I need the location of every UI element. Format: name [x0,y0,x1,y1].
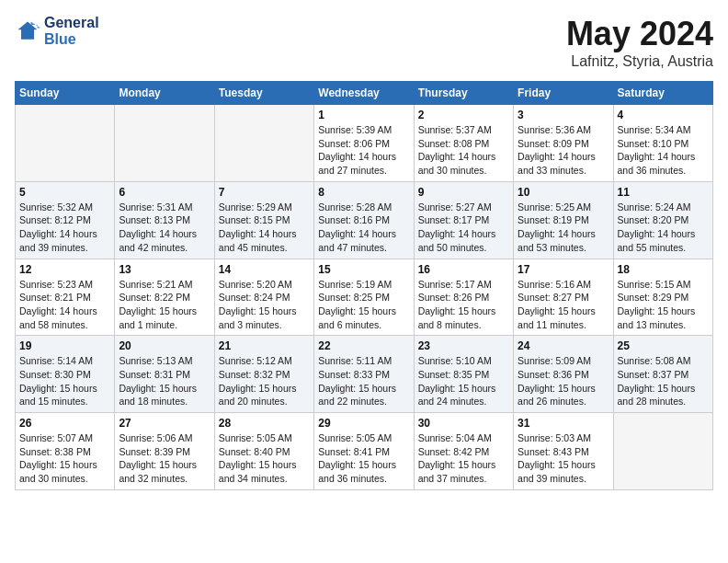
day-info: Sunrise: 5:24 AM Sunset: 8:20 PM Dayligh… [618,201,709,255]
day-number: 14 [219,263,310,276]
calendar-cell: 7Sunrise: 5:29 AM Sunset: 8:15 PM Daylig… [214,181,313,259]
column-header-saturday: Saturday [613,82,712,105]
calendar-cell: 17Sunrise: 5:16 AM Sunset: 8:27 PM Dayli… [514,259,613,336]
day-number: 10 [518,186,609,199]
month-title: May 2024 [566,15,713,53]
day-info: Sunrise: 5:31 AM Sunset: 8:13 PM Dayligh… [119,201,210,255]
logo-icon [15,18,40,44]
day-info: Sunrise: 5:19 AM Sunset: 8:25 PM Dayligh… [318,278,409,332]
day-number: 13 [119,263,210,276]
day-info: Sunrise: 5:39 AM Sunset: 8:06 PM Dayligh… [318,123,409,178]
day-info: Sunrise: 5:36 AM Sunset: 8:09 PM Dayligh… [518,123,609,178]
calendar-cell: 9Sunrise: 5:27 AM Sunset: 8:17 PM Daylig… [414,181,513,259]
day-info: Sunrise: 5:14 AM Sunset: 8:30 PM Dayligh… [19,354,110,408]
day-info: Sunrise: 5:34 AM Sunset: 8:10 PM Dayligh… [618,123,709,178]
calendar-cell: 24Sunrise: 5:09 AM Sunset: 8:36 PM Dayli… [514,336,613,413]
day-number: 16 [418,263,509,276]
calendar-cell: 4Sunrise: 5:34 AM Sunset: 8:10 PM Daylig… [613,105,712,182]
column-header-monday: Monday [115,82,214,105]
calendar-cell: 29Sunrise: 5:05 AM Sunset: 8:41 PM Dayli… [314,413,414,490]
calendar-cell: 25Sunrise: 5:08 AM Sunset: 8:37 PM Dayli… [613,336,712,413]
day-number: 4 [618,109,709,121]
day-number: 27 [119,417,210,430]
day-number: 11 [618,186,709,199]
day-number: 26 [19,417,110,430]
day-number: 23 [418,339,509,352]
day-number: 6 [119,186,210,199]
day-info: Sunrise: 5:05 AM Sunset: 8:41 PM Dayligh… [318,431,409,486]
day-info: Sunrise: 5:25 AM Sunset: 8:19 PM Dayligh… [518,201,609,255]
day-info: Sunrise: 5:05 AM Sunset: 8:40 PM Dayligh… [219,431,310,486]
calendar-cell: 2Sunrise: 5:37 AM Sunset: 8:08 PM Daylig… [414,105,513,182]
day-info: Sunrise: 5:16 AM Sunset: 8:27 PM Dayligh… [518,278,609,332]
day-number: 24 [518,339,609,352]
calendar-cell: 6Sunrise: 5:31 AM Sunset: 8:13 PM Daylig… [115,181,214,259]
day-number: 31 [518,417,609,430]
day-info: Sunrise: 5:10 AM Sunset: 8:35 PM Dayligh… [418,354,509,408]
day-info: Sunrise: 5:17 AM Sunset: 8:26 PM Dayligh… [418,278,509,332]
calendar-cell: 5Sunrise: 5:32 AM Sunset: 8:12 PM Daylig… [16,181,115,259]
day-number: 7 [219,186,310,199]
calendar-cell: 15Sunrise: 5:19 AM Sunset: 8:25 PM Dayli… [314,259,414,336]
calendar-body: 1Sunrise: 5:39 AM Sunset: 8:06 PM Daylig… [16,105,713,490]
calendar-cell: 10Sunrise: 5:25 AM Sunset: 8:19 PM Dayli… [514,181,613,259]
column-header-sunday: Sunday [16,82,115,105]
day-number: 1 [318,109,409,121]
day-info: Sunrise: 5:23 AM Sunset: 8:21 PM Dayligh… [19,278,110,332]
calendar-cell [214,105,313,182]
calendar-cell: 8Sunrise: 5:28 AM Sunset: 8:16 PM Daylig… [314,181,414,259]
calendar-header-row: SundayMondayTuesdayWednesdayThursdayFrid… [16,82,713,105]
calendar-cell: 11Sunrise: 5:24 AM Sunset: 8:20 PM Dayli… [613,181,712,259]
day-number: 9 [418,186,509,199]
day-number: 2 [418,109,509,121]
calendar-cell: 1Sunrise: 5:39 AM Sunset: 8:06 PM Daylig… [314,105,414,182]
day-info: Sunrise: 5:15 AM Sunset: 8:29 PM Dayligh… [618,278,709,332]
day-info: Sunrise: 5:09 AM Sunset: 8:36 PM Dayligh… [518,354,609,408]
calendar-cell: 31Sunrise: 5:03 AM Sunset: 8:43 PM Dayli… [514,413,613,490]
day-info: Sunrise: 5:21 AM Sunset: 8:22 PM Dayligh… [119,278,210,332]
day-number: 20 [119,339,210,352]
calendar-cell: 28Sunrise: 5:05 AM Sunset: 8:40 PM Dayli… [214,413,313,490]
calendar-cell [16,105,115,182]
day-info: Sunrise: 5:12 AM Sunset: 8:32 PM Dayligh… [219,354,310,408]
week-row-2: 5Sunrise: 5:32 AM Sunset: 8:12 PM Daylig… [16,181,713,259]
column-header-tuesday: Tuesday [214,82,313,105]
week-row-1: 1Sunrise: 5:39 AM Sunset: 8:06 PM Daylig… [16,105,713,182]
day-info: Sunrise: 5:20 AM Sunset: 8:24 PM Dayligh… [219,278,310,332]
logo: General Blue [15,15,99,48]
calendar-cell: 26Sunrise: 5:07 AM Sunset: 8:38 PM Dayli… [16,413,115,490]
column-header-thursday: Thursday [414,82,513,105]
day-number: 28 [219,417,310,430]
week-row-3: 12Sunrise: 5:23 AM Sunset: 8:21 PM Dayli… [16,259,713,336]
day-number: 25 [618,339,709,352]
day-info: Sunrise: 5:28 AM Sunset: 8:16 PM Dayligh… [318,201,409,255]
day-info: Sunrise: 5:27 AM Sunset: 8:17 PM Dayligh… [418,201,509,255]
day-info: Sunrise: 5:13 AM Sunset: 8:31 PM Dayligh… [119,354,210,408]
day-number: 5 [19,186,110,199]
column-header-friday: Friday [514,82,613,105]
calendar-cell: 12Sunrise: 5:23 AM Sunset: 8:21 PM Dayli… [16,259,115,336]
calendar-cell: 21Sunrise: 5:12 AM Sunset: 8:32 PM Dayli… [214,336,313,413]
day-number: 17 [518,263,609,276]
day-number: 8 [318,186,409,199]
day-info: Sunrise: 5:06 AM Sunset: 8:39 PM Dayligh… [119,431,210,486]
calendar-cell: 20Sunrise: 5:13 AM Sunset: 8:31 PM Dayli… [115,336,214,413]
logo-text: General Blue [44,15,99,48]
day-number: 15 [318,263,409,276]
calendar-cell: 19Sunrise: 5:14 AM Sunset: 8:30 PM Dayli… [16,336,115,413]
day-info: Sunrise: 5:04 AM Sunset: 8:42 PM Dayligh… [418,431,509,486]
day-info: Sunrise: 5:37 AM Sunset: 8:08 PM Dayligh… [418,123,509,178]
calendar-cell: 22Sunrise: 5:11 AM Sunset: 8:33 PM Dayli… [314,336,414,413]
calendar-cell: 3Sunrise: 5:36 AM Sunset: 8:09 PM Daylig… [514,105,613,182]
day-number: 29 [318,417,409,430]
day-number: 21 [219,339,310,352]
day-info: Sunrise: 5:11 AM Sunset: 8:33 PM Dayligh… [318,354,409,408]
location: Lafnitz, Styria, Austria [566,53,713,70]
day-number: 22 [318,339,409,352]
calendar-cell: 18Sunrise: 5:15 AM Sunset: 8:29 PM Dayli… [613,259,712,336]
week-row-4: 19Sunrise: 5:14 AM Sunset: 8:30 PM Dayli… [16,336,713,413]
calendar-cell: 30Sunrise: 5:04 AM Sunset: 8:42 PM Dayli… [414,413,513,490]
day-info: Sunrise: 5:29 AM Sunset: 8:15 PM Dayligh… [219,201,310,255]
calendar-cell: 27Sunrise: 5:06 AM Sunset: 8:39 PM Dayli… [115,413,214,490]
day-number: 18 [618,263,709,276]
